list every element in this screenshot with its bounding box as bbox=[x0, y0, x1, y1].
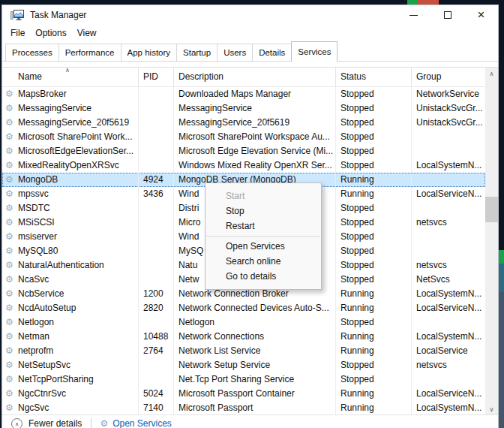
column-header-name[interactable]: Name∧ bbox=[2, 68, 139, 86]
service-name: Netman bbox=[18, 331, 50, 342]
table-row-netlogon[interactable]: ⚙NetlogonNetlogonStopped bbox=[2, 315, 485, 330]
scrollbar-thumb[interactable] bbox=[485, 197, 498, 222]
table-row-netman[interactable]: ⚙Netman10488Network ConnectionsRunningLo… bbox=[2, 330, 485, 344]
service-name: msiserver bbox=[18, 231, 57, 242]
service-gear-icon: ⚙ bbox=[5, 130, 14, 144]
column-header-group[interactable]: Group bbox=[412, 68, 485, 86]
cell-name: ⚙MicrosoftEdgeElevationSer... bbox=[2, 144, 139, 158]
table-row-microsoft-sharepoint-work[interactable]: ⚙Microsoft SharePoint Work...Microsoft S… bbox=[2, 130, 485, 144]
service-name: MicrosoftEdgeElevationSer... bbox=[18, 146, 134, 156]
context-menu-item-search-online[interactable]: Search online bbox=[206, 254, 321, 269]
table-row-microsoftedgeelevationser[interactable]: ⚙MicrosoftEdgeElevationSer...Microsoft E… bbox=[2, 144, 485, 158]
service-gear-icon: ⚙ bbox=[5, 301, 14, 315]
window-controls: × bbox=[397, 5, 498, 25]
cell-name: ⚙Microsoft SharePoint Work... bbox=[2, 130, 139, 144]
cell-name: ⚙NgcSvc bbox=[2, 401, 139, 415]
table-row-netprofm[interactable]: ⚙netprofm2764Network List ServiceRunning… bbox=[2, 344, 485, 358]
table-row-ngcsvc[interactable]: ⚙NgcSvc7140Microsoft PassportRunningLoca… bbox=[2, 401, 485, 415]
cell-desc: MessagingService bbox=[174, 101, 336, 116]
cell-pid: 1200 bbox=[139, 287, 174, 301]
cell-desc: Windows Mixed Reality OpenXR Ser... bbox=[174, 158, 336, 173]
cell-status: Running bbox=[336, 301, 412, 315]
column-header-description[interactable]: Description bbox=[174, 68, 336, 86]
cell-name: ⚙MSiSCSI bbox=[2, 216, 139, 230]
cell-pid: 2820 bbox=[139, 301, 174, 315]
column-header-pid[interactable]: PID bbox=[139, 68, 174, 86]
service-gear-icon: ⚙ bbox=[5, 116, 14, 130]
service-name: MixedRealityOpenXRSvc bbox=[18, 160, 119, 170]
maximize-button[interactable] bbox=[430, 5, 464, 25]
footer-bar: ∧ Fewer details ⚙ Open Services bbox=[2, 414, 498, 428]
cell-desc: Downloaded Maps Manager bbox=[174, 87, 336, 101]
open-services-link[interactable]: ⚙ Open Services bbox=[100, 418, 171, 428]
cell-status: Stopped bbox=[336, 87, 412, 101]
minimize-button[interactable] bbox=[397, 5, 430, 25]
service-gear-icon: ⚙ bbox=[5, 330, 14, 344]
table-row-ngcctnrsvc[interactable]: ⚙NgcCtnrSvc5024Microsoft Passport Contai… bbox=[2, 387, 485, 401]
cell-desc: Netlogon bbox=[174, 315, 336, 330]
service-gear-icon: ⚙ bbox=[5, 244, 14, 258]
tab-performance[interactable]: Performance bbox=[58, 44, 122, 62]
tab-users[interactable]: Users bbox=[217, 44, 253, 62]
cell-pid bbox=[139, 315, 174, 330]
desktop-accent bbox=[499, 292, 504, 428]
cell-status: Stopped bbox=[336, 258, 412, 273]
context-menu-item-open-services[interactable]: Open Services bbox=[206, 239, 321, 254]
table-row-mapsbroker[interactable]: ⚙MapsBrokerDownloaded Maps ManagerStoppe… bbox=[2, 87, 485, 101]
cell-status: Running bbox=[336, 401, 412, 415]
context-menu-item-start: Start bbox=[206, 188, 321, 203]
cell-pid bbox=[139, 258, 174, 273]
table-row-nettcpportsharing[interactable]: ⚙NetTcpPortSharingNet.Tcp Port Sharing S… bbox=[2, 372, 485, 387]
cell-status: Running bbox=[336, 387, 412, 401]
close-button[interactable]: × bbox=[464, 5, 498, 25]
cell-name: ⚙MySQL80 bbox=[2, 244, 139, 258]
service-name: MSiSCSI bbox=[18, 217, 55, 228]
table-row-mixedrealityopenxrsvc[interactable]: ⚙MixedRealityOpenXRSvcWindows Mixed Real… bbox=[2, 158, 485, 173]
cell-group: LocalService bbox=[412, 344, 485, 358]
column-header-status[interactable]: Status bbox=[336, 68, 412, 86]
cell-name: ⚙NetSetupSvc bbox=[2, 358, 139, 372]
scroll-down-button[interactable]: ∨ bbox=[485, 403, 498, 415]
cell-status: Stopped bbox=[336, 144, 412, 158]
cell-group: NetworkService bbox=[412, 87, 485, 101]
table-row-messagingservice[interactable]: ⚙MessagingServiceMessagingServiceStopped… bbox=[2, 101, 485, 116]
table-row-messagingservice-20f5619[interactable]: ⚙MessagingService_20f5619MessagingServic… bbox=[2, 116, 485, 130]
fewer-details-button[interactable]: ∧ Fewer details bbox=[11, 418, 91, 428]
tab-startup[interactable]: Startup bbox=[176, 44, 218, 62]
cell-pid: 10488 bbox=[139, 330, 174, 344]
table-row-netsetupsvc[interactable]: ⚙NetSetupSvcNetwork Setup ServiceStopped… bbox=[2, 358, 485, 372]
cell-pid bbox=[139, 144, 174, 158]
menu-options[interactable]: Options bbox=[34, 26, 67, 40]
menu-view[interactable]: View bbox=[76, 26, 98, 40]
service-name: netprofm bbox=[18, 345, 53, 356]
context-menu-item-go-to-details[interactable]: Go to details bbox=[206, 269, 321, 284]
tab-details[interactable]: Details bbox=[252, 44, 292, 62]
cell-name: ⚙NaturalAuthentication bbox=[2, 258, 139, 273]
scroll-up-button[interactable]: ∧ bbox=[485, 68, 498, 80]
cell-group: LocalSystemN... bbox=[412, 158, 485, 173]
service-gear-icon: ⚙ bbox=[5, 101, 14, 116]
service-gear-icon: ⚙ bbox=[5, 187, 14, 201]
cell-name: ⚙msiserver bbox=[2, 230, 139, 244]
vertical-scrollbar[interactable]: ∧ ∨ bbox=[485, 68, 498, 415]
context-menu-item-restart[interactable]: Restart bbox=[206, 219, 321, 234]
context-menu-item-stop[interactable]: Stop bbox=[206, 203, 321, 219]
cell-pid bbox=[139, 201, 174, 216]
column-header-label: Status bbox=[340, 71, 366, 82]
context-menu: StartStopRestartOpen ServicesSearch onli… bbox=[205, 182, 322, 290]
table-row-ncdautosetup[interactable]: ⚙NcdAutoSetup2820Network Connected Devic… bbox=[2, 301, 485, 315]
tab-app-history[interactable]: App history bbox=[121, 44, 178, 62]
cell-status: Stopped bbox=[336, 101, 412, 116]
cell-pid bbox=[139, 101, 174, 116]
cell-pid bbox=[139, 87, 174, 101]
cell-group bbox=[412, 372, 485, 387]
cell-group bbox=[412, 201, 485, 216]
service-gear-icon: ⚙ bbox=[5, 173, 14, 187]
cell-group bbox=[412, 230, 485, 244]
tab-services[interactable]: Services bbox=[291, 41, 338, 62]
menu-file[interactable]: File bbox=[10, 26, 26, 40]
cell-group bbox=[412, 244, 485, 258]
cell-name: ⚙NcaSvc bbox=[2, 273, 139, 287]
cell-desc: Network Connections bbox=[174, 330, 336, 344]
tab-processes[interactable]: Processes bbox=[5, 44, 59, 62]
